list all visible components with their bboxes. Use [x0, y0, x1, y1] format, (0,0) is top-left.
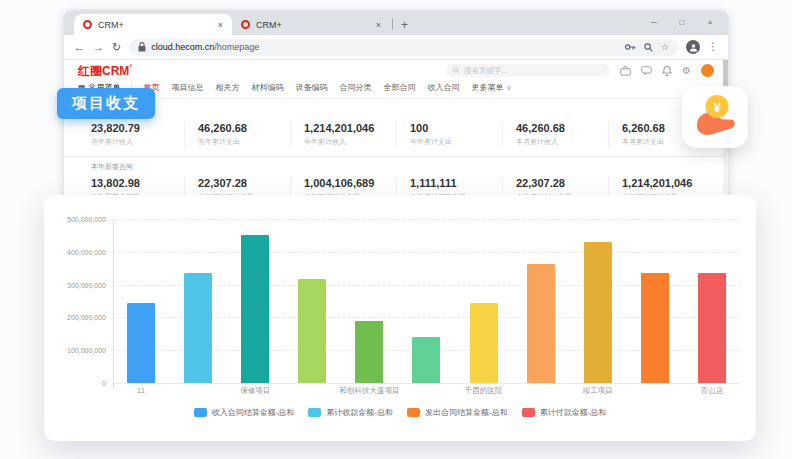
bar-series-9[interactable] — [641, 273, 669, 383]
stat-value: 1,214,201,046 — [304, 122, 396, 134]
briefcase-icon[interactable] — [620, 66, 631, 76]
nav-item-4[interactable]: 材料编码 — [252, 82, 284, 93]
stat-value: 1,004,106,689 — [304, 177, 396, 189]
nav-item-2[interactable]: 项目信息 — [172, 82, 204, 93]
bar-chart: 500,000,000400,000,000300,000,000200,000… — [113, 219, 740, 383]
legend-item-1[interactable]: 累计收款金额-总和 — [308, 407, 393, 418]
search-icon — [453, 67, 460, 74]
profile-avatar[interactable] — [686, 40, 700, 54]
x-axis-label: 青山店 — [701, 386, 724, 396]
minimize-button[interactable]: ─ — [640, 18, 668, 27]
tab-close-icon[interactable]: × — [376, 20, 381, 30]
nav-item-5[interactable]: 设备编码 — [296, 82, 328, 93]
lock-icon — [138, 42, 146, 52]
bar-series-7[interactable] — [527, 264, 555, 383]
bar-slot: 青山店 — [698, 219, 726, 383]
nav-item-label: 项目信息 — [172, 82, 204, 93]
legend-item-3[interactable]: 累计付款金额-总和 — [522, 407, 607, 418]
legend-color-chip — [308, 408, 321, 417]
bar-slot: 和创科技大厦项目 — [355, 219, 383, 383]
back-button[interactable]: ← — [74, 42, 85, 53]
stat-item: 100今年累计支出 — [396, 122, 502, 147]
search-input[interactable]: 搜索关键字... — [446, 64, 610, 77]
stat-item: 1,214,201,046今年累计收入 — [290, 122, 396, 147]
x-axis-label: 千西的医院 — [465, 386, 503, 396]
reload-button[interactable]: ↻ — [112, 42, 121, 53]
crm-favicon-icon — [241, 20, 250, 29]
bar-保修项目[interactable] — [241, 235, 269, 383]
bar-竣工项目[interactable] — [584, 242, 612, 383]
bar-青山店[interactable] — [698, 273, 726, 383]
browser-menu-icon[interactable]: ⋮ — [708, 42, 718, 52]
gridline — [113, 383, 740, 384]
legend-color-chip — [194, 408, 207, 417]
tab-label: CRM+ — [256, 20, 370, 30]
bar-series-3[interactable] — [298, 279, 326, 383]
y-axis-tick: 300,000,000 — [67, 281, 106, 288]
message-icon[interactable] — [641, 66, 652, 76]
legend-color-chip — [522, 408, 535, 417]
x-axis-label: 竣工项目 — [583, 386, 613, 396]
stat-value: 23,820.79 — [91, 122, 184, 134]
payment-feature-icon: ¥ — [682, 86, 748, 148]
bar-slot — [412, 219, 440, 383]
address-bar[interactable]: cloud.hecom.cn /homepage ☆ — [129, 39, 678, 56]
nav-item-label: 相关方 — [216, 82, 240, 93]
gear-icon[interactable]: ⚙ — [682, 66, 691, 76]
browser-window: CRM+ × CRM+ × + ─ □ × ← → ↻ — [64, 10, 728, 210]
close-button[interactable]: × — [696, 18, 724, 27]
zoom-icon[interactable] — [644, 43, 653, 52]
omnibox-icons: ☆ — [625, 42, 669, 52]
nav-item-8[interactable]: 收入合同 — [428, 82, 460, 93]
nav-item-label: 更多菜单 — [472, 82, 504, 93]
legend-item-2[interactable]: 发出合同结算金额-总和 — [407, 407, 508, 418]
bell-icon[interactable] — [662, 65, 672, 76]
nav-item-3[interactable]: 相关方 — [216, 82, 240, 93]
nav-item-6[interactable]: 合同分类 — [340, 82, 372, 93]
stat-label: 去年累计支出 — [198, 137, 290, 147]
hand-coin-icon: ¥ — [690, 93, 740, 141]
legend-item-0[interactable]: 收入合同结算金额-总和 — [194, 407, 295, 418]
forward-button[interactable]: → — [93, 42, 104, 53]
crm-header-icons: ⚙ — [620, 64, 714, 77]
legend-label: 累计付款金额-总和 — [540, 407, 607, 418]
maximize-button[interactable]: □ — [668, 18, 696, 27]
bar-千西的医院[interactable] — [470, 303, 498, 383]
url-text: cloud.hecom.cn /homepage — [151, 42, 259, 52]
bar-和创科技大厦项目[interactable] — [355, 321, 383, 383]
crm-favicon-icon — [83, 20, 92, 29]
nav-item-label: 材料编码 — [252, 82, 284, 93]
stat-value: 22,307.28 — [516, 177, 608, 189]
tab-strip: CRM+ × CRM+ × + ─ □ × — [64, 10, 728, 35]
nav-item-7[interactable]: 全部合同 — [384, 82, 416, 93]
bar-series-5[interactable] — [412, 337, 440, 383]
new-tab-button[interactable]: + — [401, 19, 408, 31]
browser-tab-1[interactable]: CRM+ × — [74, 14, 232, 35]
stats-row-1: 23,820.79去年累计收入46,260.68去年累计支出1,214,201,… — [78, 99, 714, 156]
browser-tab-2[interactable]: CRM+ × — [232, 14, 390, 35]
stat-item: 46,260.68本月累计收入 — [502, 122, 608, 147]
bookmark-star-icon[interactable]: ☆ — [661, 42, 669, 52]
nav-item-label: 合同分类 — [340, 82, 372, 93]
bar-slot — [527, 219, 555, 383]
stat-value: 22,307.28 — [198, 177, 290, 189]
chart-legend: 收入合同结算金额-总和累计收款金额-总和发出合同结算金额-总和累计付款金额-总和 — [44, 407, 756, 418]
nav-item-9[interactable]: 更多菜单∨ — [472, 82, 512, 93]
key-icon[interactable] — [625, 43, 636, 51]
crm-logo: 红圈CRM° — [78, 64, 132, 77]
crm-header: 红圈CRM° 搜索关键字... — [64, 60, 728, 78]
user-avatar[interactable] — [701, 64, 714, 77]
legend-label: 发出合同结算金额-总和 — [425, 407, 508, 418]
tab-close-icon[interactable]: × — [218, 20, 223, 30]
window-controls: ─ □ × — [640, 10, 724, 35]
chevron-down-icon: ∨ — [507, 84, 512, 92]
stat-value: 46,260.68 — [516, 122, 608, 134]
stat-item: 23,820.79去年累计收入 — [78, 122, 184, 147]
stat-value: 46,260.68 — [198, 122, 290, 134]
bar-slot — [298, 219, 326, 383]
bar-slot: 11 — [127, 219, 155, 383]
nav-item-label: 设备编码 — [296, 82, 328, 93]
bar-11[interactable] — [127, 303, 155, 383]
bar-series-1[interactable] — [184, 273, 212, 383]
bar-slot — [641, 219, 669, 383]
